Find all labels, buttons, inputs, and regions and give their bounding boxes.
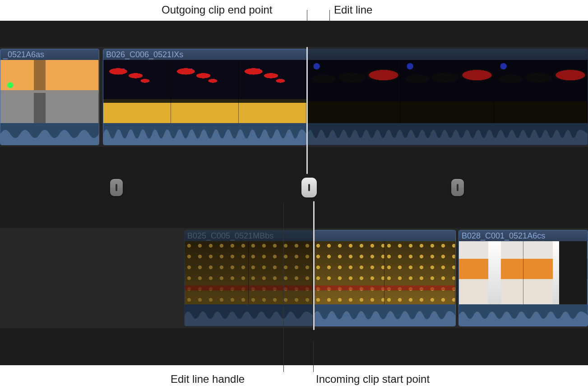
clip[interactable]: B028_C001_0521A6cs	[458, 230, 588, 326]
anno-incoming-label: Incoming clip start point	[316, 373, 430, 385]
clip-title: B026_C006_0521IXs	[103, 49, 306, 60]
clip[interactable]: B026_C006_0521IXs	[103, 49, 307, 145]
clip-thumbnails	[185, 241, 313, 304]
anno-leader	[313, 340, 314, 372]
clip-waveform	[307, 123, 588, 145]
clip-thumbnails	[103, 60, 306, 123]
edit-handle[interactable]	[110, 179, 123, 196]
clip-waveform	[459, 304, 588, 326]
anno-outgoing-label: Outgoing clip end point	[162, 4, 273, 16]
clip-thumbnails	[307, 60, 588, 123]
clip-thumbnails	[459, 241, 588, 304]
clip-title	[307, 49, 588, 60]
anno-leader	[283, 203, 284, 372]
clip-waveform	[185, 304, 313, 326]
clip-dimmed[interactable]: B025_C005_0521MBbs	[184, 230, 313, 326]
outgoing-end-point[interactable]	[306, 47, 308, 174]
clip-title: B028_C001_0521A6cs	[459, 230, 588, 241]
clip-title	[314, 230, 455, 241]
edit-handle[interactable]	[451, 179, 464, 196]
clip-waveform	[103, 123, 306, 145]
clip-dimmed[interactable]	[307, 49, 588, 145]
precision-editor-timeline[interactable]: _0521A6as B026_C006_0521IXs	[0, 21, 588, 365]
upper-track: _0521A6as B026_C006_0521IXs	[0, 47, 588, 147]
lower-track: B025_C005_0521MBbs B028_C001_0521A6cs	[0, 228, 588, 328]
clip-waveform	[314, 304, 455, 326]
clip-thumbnails	[314, 241, 455, 304]
anno-editline-label: Edit line	[334, 4, 372, 16]
edit-line-handle[interactable]	[301, 178, 317, 197]
clip-waveform	[0, 123, 99, 145]
clip-title: B025_C005_0521MBbs	[185, 230, 313, 241]
clip-title: _0521A6as	[0, 49, 99, 60]
clip-thumbnails	[0, 60, 99, 123]
incoming-start-point[interactable]	[313, 201, 315, 330]
clip[interactable]	[313, 230, 456, 326]
anno-handle-label: Edit line handle	[171, 373, 245, 385]
clip[interactable]: _0521A6as	[0, 49, 99, 145]
edit-handle-row	[0, 170, 588, 206]
